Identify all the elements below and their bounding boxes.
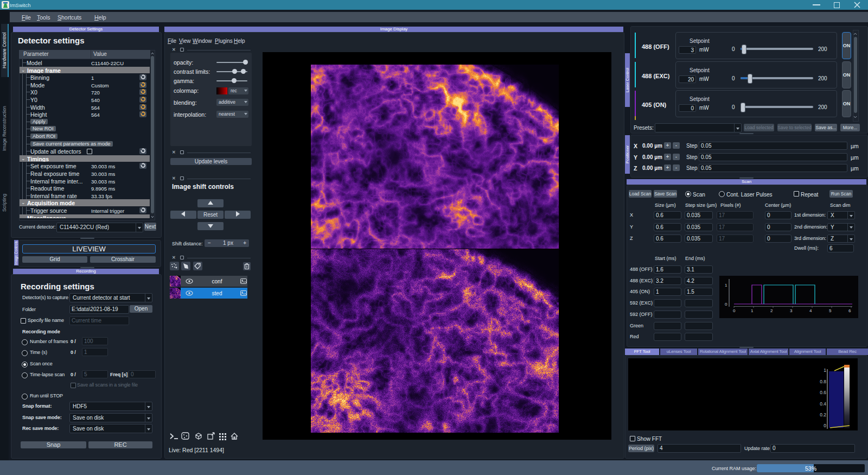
svg-text:0: 0: [725, 302, 727, 307]
svg-text:0.2: 0.2: [820, 412, 826, 417]
svg-text:2: 2: [770, 308, 773, 313]
svg-text:3: 3: [790, 308, 793, 313]
svg-text:1: 1: [725, 283, 727, 288]
svg-text:0.6: 0.6: [820, 390, 826, 395]
svg-text:5: 5: [829, 308, 832, 313]
svg-text:1: 1: [824, 368, 826, 373]
svg-text:1: 1: [751, 308, 754, 313]
svg-text:4: 4: [809, 308, 812, 313]
svg-text:0.4: 0.4: [820, 401, 826, 407]
svg-text:6: 6: [848, 308, 851, 313]
svg-text:0: 0: [733, 308, 736, 313]
svg-text:0: 0: [824, 423, 826, 428]
svg-text:0.8: 0.8: [820, 379, 826, 384]
